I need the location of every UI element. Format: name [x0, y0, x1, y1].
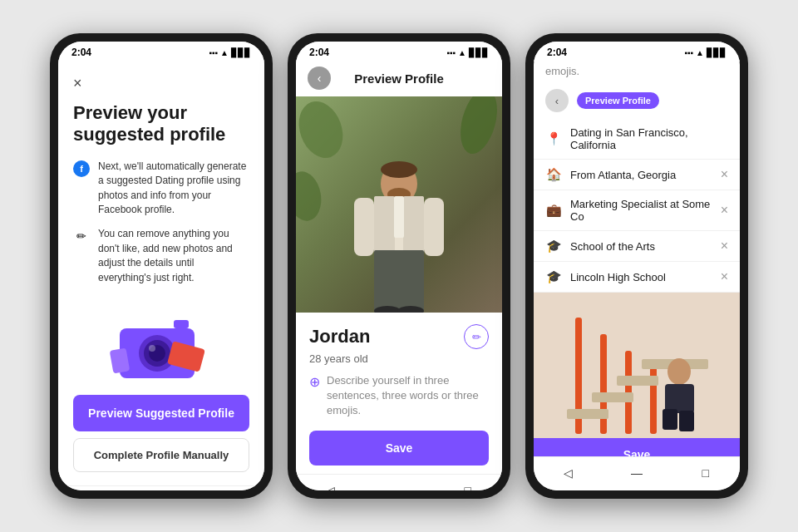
svg-rect-21 — [374, 250, 424, 313]
preview-suggested-profile-button[interactable]: Preview Suggested Profile — [73, 395, 249, 431]
nav-bar-1: ◁ — □ — [58, 485, 264, 490]
back-button-2[interactable]: ‹ — [308, 66, 331, 90]
nav-square-icon-2[interactable]: □ — [459, 481, 477, 490]
remove-school1-button[interactable]: × — [721, 239, 728, 254]
nav-bar-2: ◁ — □ — [296, 474, 502, 490]
svg-rect-37 — [679, 411, 694, 431]
status-bar-2: 2:04 ▪▪▪ ▲ ▊▊▊ — [296, 42, 502, 62]
graduation-icon-1: 🎓 — [545, 239, 562, 254]
from-location-row: 🏠 From Atlanta, Georgia × — [534, 160, 740, 190]
phone1-content: × Preview your suggested profile f Next,… — [58, 62, 264, 485]
nav-home-icon-3[interactable]: — — [628, 464, 646, 482]
school1-row: 🎓 School of the Arts × — [534, 231, 740, 262]
status-icons-3: ▪▪▪ ▲ ▊▊▊ — [684, 48, 727, 57]
save-button-3[interactable]: Save — [534, 438, 740, 456]
dating-location-text: Dating in San Francisco, California — [570, 126, 728, 151]
svg-rect-31 — [592, 392, 633, 402]
info-text-2: You can remove anything you don't like, … — [98, 227, 249, 285]
save-button-2[interactable]: Save — [309, 431, 489, 466]
status-bar-3: 2:04 ▪▪▪ ▲ ▊▊▊ — [534, 42, 740, 62]
graduation-icon-2: 🎓 — [545, 269, 562, 284]
phone-3: 2:04 ▪▪▪ ▲ ▊▊▊ emojis. ‹ Preview Profile… — [525, 33, 748, 499]
status-icons-1: ▪▪▪ ▲ ▊▊▊ — [209, 48, 251, 57]
phone-1: 2:04 ▪▪▪ ▲ ▊▊▊ × Preview your suggested … — [50, 33, 273, 499]
nav-back-icon-2[interactable]: ◁ — [321, 481, 339, 490]
nav-home-icon-2[interactable]: — — [390, 481, 408, 490]
bio-placeholder[interactable]: Describe yourself in three sentences, th… — [327, 373, 489, 419]
emojis-text: emojis. — [534, 62, 740, 84]
profile-photo-3 — [534, 293, 740, 438]
svg-rect-35 — [665, 384, 694, 413]
preview-profile-badge: Preview Profile — [577, 92, 659, 109]
edit-profile-button[interactable]: ✏ — [464, 324, 489, 349]
job-row: 💼 Marketing Specialist at Some Co × — [534, 190, 740, 231]
preview-profile-title: Preview Profile — [339, 71, 459, 86]
profile-name: Jordan — [309, 326, 370, 347]
phone3-details: 📍 Dating in San Francisco, California 🏠 … — [534, 119, 740, 456]
svg-point-5 — [149, 345, 155, 352]
bio-row: ⊕ Describe yourself in three sentences, … — [309, 373, 489, 419]
location-pin-icon: 📍 — [545, 131, 562, 146]
time-3: 2:04 — [547, 47, 567, 58]
phone3-header: ‹ Preview Profile — [534, 84, 740, 119]
svg-rect-36 — [663, 409, 677, 430]
remove-job-button[interactable]: × — [721, 203, 728, 218]
info-item-1: f Next, we'll automatically generate a s… — [73, 160, 249, 218]
profile-name-row: Jordan ✏ — [309, 324, 489, 349]
facebook-icon: f — [73, 160, 90, 177]
from-location-text: From Atlanta, Georgia — [570, 169, 712, 181]
remove-school2-button[interactable]: × — [721, 269, 728, 284]
nav-bar-3: ◁ — □ — [534, 456, 740, 490]
svg-point-14 — [381, 161, 417, 178]
profile-info-card: Jordan ✏ 28 years old ⊕ Describe yoursel… — [296, 313, 502, 474]
profile-photo-2 — [296, 96, 502, 313]
svg-rect-19 — [354, 198, 374, 256]
phone-2: 2:04 ▪▪▪ ▲ ▊▊▊ ‹ Preview Profile — [288, 33, 510, 499]
phone1-title: Preview your suggested profile — [73, 102, 249, 146]
pencil-icon: ✏ — [73, 228, 90, 244]
briefcase-icon: 💼 — [545, 203, 562, 218]
svg-rect-32 — [617, 376, 658, 386]
home-icon: 🏠 — [545, 167, 562, 182]
close-button[interactable]: × — [73, 75, 93, 92]
add-bio-icon[interactable]: ⊕ — [309, 374, 320, 390]
time-1: 2:04 — [71, 47, 91, 58]
svg-rect-30 — [567, 409, 608, 419]
info-item-2: ✏ You can remove anything you don't like… — [73, 227, 249, 285]
dating-location-row: 📍 Dating in San Francisco, California — [534, 119, 740, 160]
svg-rect-25 — [534, 293, 740, 438]
school2-row: 🎓 Lincoln High School × — [534, 262, 740, 293]
svg-rect-18 — [394, 196, 404, 238]
svg-point-34 — [667, 358, 691, 385]
back-button-3[interactable]: ‹ — [545, 89, 569, 112]
school1-text: School of the Arts — [570, 240, 712, 253]
job-text: Marketing Specialist at Some Co — [570, 198, 712, 223]
status-icons-2: ▪▪▪ ▲ ▊▊▊ — [446, 48, 489, 57]
svg-rect-20 — [424, 198, 444, 256]
camera-illustration — [73, 303, 249, 387]
phone2-header: ‹ Preview Profile — [296, 62, 502, 96]
remove-from-location-button[interactable]: × — [721, 167, 728, 182]
svg-rect-4 — [174, 320, 189, 328]
info-text-1: Next, we'll automatically generate a sug… — [98, 160, 249, 218]
profile-age: 28 years old — [309, 352, 489, 365]
status-bar-1: 2:04 ▪▪▪ ▲ ▊▊▊ — [58, 42, 264, 62]
nav-square-icon-3[interactable]: □ — [697, 464, 715, 482]
time-2: 2:04 — [309, 47, 329, 58]
school2-text: Lincoln High School — [570, 271, 712, 283]
complete-profile-manually-button[interactable]: Complete Profile Manually — [73, 438, 249, 472]
nav-back-icon-3[interactable]: ◁ — [559, 464, 577, 482]
